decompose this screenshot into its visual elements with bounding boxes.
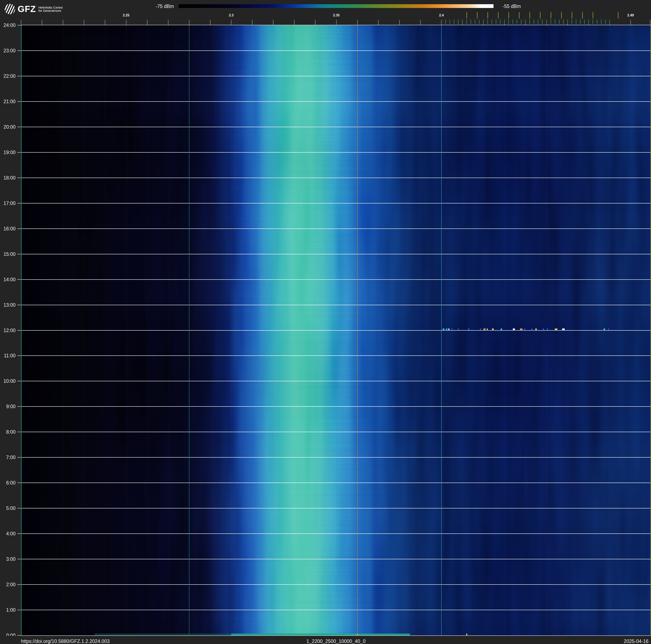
freq-gridline-minor — [610, 25, 610, 635]
wifi-channel-tick — [477, 12, 477, 19]
bottom-edge-speck — [357, 634, 358, 635]
freq-minor-tick — [294, 20, 294, 25]
wifi-channel-tick — [618, 12, 618, 19]
time-label: 10:00 — [0, 378, 16, 384]
hour-gridline — [21, 482, 651, 483]
freq-minor-tick — [105, 20, 105, 25]
freq-gridline-minor — [315, 25, 315, 635]
freq-minor-tick — [63, 20, 63, 25]
time-label: 12:00 — [0, 328, 16, 333]
hour-gridline — [21, 457, 651, 458]
hour-gridline — [21, 279, 651, 280]
freq-gridline-minor — [294, 25, 294, 635]
bottom-edge-segment — [94, 634, 231, 635]
time-tick — [17, 101, 21, 102]
time-label: 22:00 — [0, 74, 16, 79]
freq-minor-tick — [210, 20, 210, 25]
ble-channel-tick — [576, 20, 576, 24]
freq-minor-tick — [84, 20, 84, 25]
event-dot — [524, 328, 525, 330]
ble-channel-tick — [508, 20, 509, 24]
wifi-channel-tick — [551, 12, 551, 19]
time-tick — [17, 457, 21, 458]
time-tick — [17, 25, 21, 25]
hour-gridline — [21, 203, 651, 203]
freq-label: 2.25 — [117, 13, 136, 17]
freq-minor-tick — [42, 20, 42, 25]
hour-gridline — [21, 127, 651, 127]
freq-minor-tick — [126, 20, 126, 25]
wifi-channel-tick — [561, 12, 562, 19]
event-dot — [452, 328, 452, 330]
wifi-channel-tick — [519, 12, 520, 19]
ble-channel-tick — [458, 20, 459, 24]
ble-channel-tick — [547, 20, 547, 24]
dataset-id-label: 1_2200_2500_10000_40_0 — [21, 639, 651, 644]
ble-channel-tick — [445, 20, 446, 24]
ble-channel-tick — [534, 20, 534, 24]
marker-line — [441, 25, 442, 635]
event-dot — [520, 328, 523, 330]
marker-line — [189, 25, 189, 635]
hour-gridline — [21, 254, 651, 254]
freq-minor-tick — [21, 20, 21, 25]
time-tick — [17, 330, 21, 331]
time-label: 7:00 — [0, 455, 16, 460]
freq-gridline-major — [336, 25, 337, 635]
time-label: 15:00 — [0, 252, 16, 257]
event-dot — [484, 328, 486, 330]
time-tick — [17, 279, 21, 280]
colorbar: -75 dBm -55 dBm — [0, 0, 651, 12]
colorbar-min-label: -75 dBm — [156, 4, 174, 9]
freq-minor-tick — [147, 20, 148, 25]
hour-gridline — [21, 229, 651, 229]
time-tick — [17, 635, 21, 636]
hour-gridline — [21, 381, 651, 381]
event-dot — [487, 328, 488, 330]
ble-channel-tick — [479, 20, 479, 24]
hour-gridline — [21, 406, 651, 407]
freq-minor-tick — [315, 20, 315, 25]
hour-gridline — [21, 330, 651, 331]
time-label: 18:00 — [0, 175, 16, 180]
hour-gridline — [21, 76, 651, 76]
freq-gridline-minor — [147, 25, 148, 635]
time-tick — [17, 152, 21, 153]
event-dot — [492, 328, 494, 330]
wifi-channel-tick — [498, 12, 499, 19]
colorbar-gradient — [179, 4, 494, 8]
event-dot — [501, 328, 502, 330]
ble-channel-tick — [601, 20, 601, 24]
bottom-edge-segment — [231, 634, 410, 635]
event-dot — [535, 328, 537, 330]
time-label: 4:00 — [0, 531, 16, 536]
time-tick — [17, 254, 21, 254]
ble-channel-tick — [475, 20, 475, 24]
ble-channel-tick — [521, 20, 521, 24]
event-dot — [458, 328, 459, 330]
time-tick — [17, 381, 21, 381]
time-tick — [17, 559, 21, 559]
freq-gridline-major — [547, 25, 547, 635]
ble-channel-tick — [471, 20, 471, 24]
freq-gridline-minor — [589, 25, 589, 635]
freq-minor-tick — [399, 20, 400, 25]
time-label: 20:00 — [0, 124, 16, 130]
ble-channel-tick — [597, 20, 597, 24]
wifi-channel-tick — [488, 12, 488, 19]
ble-channel-tick — [605, 20, 606, 24]
time-tick — [17, 432, 21, 432]
time-tick — [17, 406, 21, 407]
freq-gridline-minor — [168, 25, 168, 635]
freq-minor-tick — [441, 20, 442, 25]
ble-channel-tick — [483, 20, 484, 24]
ble-channel-tick — [492, 20, 492, 24]
hour-gridline — [21, 51, 651, 51]
time-label: 11:00 — [0, 353, 16, 358]
event-dot — [562, 328, 565, 330]
event-dot — [543, 328, 544, 330]
time-label: 24:00 — [0, 23, 16, 28]
time-tick — [17, 355, 21, 356]
hour-gridline — [21, 610, 651, 610]
hour-gridline — [21, 533, 651, 534]
